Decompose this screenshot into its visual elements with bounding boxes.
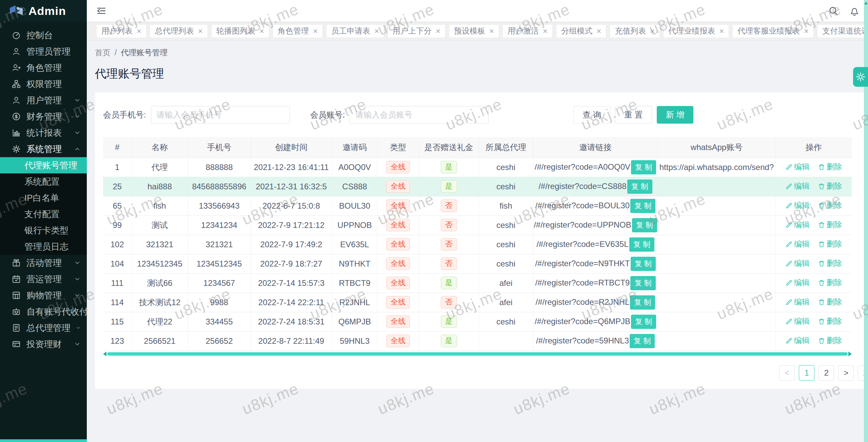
scroll-left-arrow-icon[interactable]: [103, 352, 106, 356]
sidebar-item-user[interactable]: 用户管理: [0, 92, 87, 108]
delete-button[interactable]: 删除: [818, 219, 842, 230]
tab-代理客服业绩报表[interactable]: 代理客服业绩报表×: [732, 24, 814, 38]
copy-button[interactable]: 复 制: [630, 295, 655, 310]
phone-filter-input[interactable]: [151, 106, 290, 124]
edit-button[interactable]: 编辑: [785, 162, 810, 172]
search-icon[interactable]: [828, 5, 839, 16]
delete-button[interactable]: 删除: [818, 297, 842, 307]
copy-button[interactable]: 复 制: [631, 160, 656, 174]
edit-button[interactable]: 编辑: [785, 316, 810, 327]
tab-close-icon[interactable]: ×: [596, 26, 601, 36]
breadcrumb-home[interactable]: 首页: [95, 47, 111, 58]
sidebar-bottom-bar[interactable]: [0, 439, 87, 442]
tab-代理业绩报表[interactable]: 代理业绩报表×: [663, 24, 729, 38]
sidebar-item-operate[interactable]: 营运管理: [0, 271, 87, 287]
tab-close-icon[interactable]: ×: [650, 26, 655, 36]
notifications-bell-icon[interactable]: [849, 5, 860, 16]
horizontal-scrollbar-thumb[interactable]: [107, 352, 848, 356]
settings-fab-button[interactable]: [853, 67, 868, 87]
copy-button[interactable]: 复 制: [632, 218, 657, 232]
tab-close-icon[interactable]: ×: [719, 26, 724, 36]
copy-button[interactable]: 复 制: [630, 199, 655, 213]
tab-close-icon[interactable]: ×: [436, 26, 440, 36]
edit-button[interactable]: 编辑: [785, 335, 810, 346]
sidebar-subitem[interactable]: IP白名单: [0, 190, 87, 206]
account-filter-input[interactable]: [350, 106, 489, 124]
edit-button[interactable]: 编辑: [785, 219, 810, 230]
topbar-right: 超级管理员 简体: [828, 3, 868, 18]
sidebar-subitem[interactable]: 系统配置: [0, 173, 87, 190]
sidebar-item-stats[interactable]: 统计报表: [0, 125, 87, 141]
scroll-right-arrow-icon[interactable]: [848, 352, 852, 356]
edit-button[interactable]: 编辑: [785, 200, 810, 211]
tab-员工申请表[interactable]: 员工申请表×: [326, 24, 384, 38]
tab-总代理列表[interactable]: 总代理列表×: [150, 24, 208, 38]
sidebar-item-activity[interactable]: 活动管理: [0, 255, 87, 271]
delete-button[interactable]: 删除: [818, 258, 842, 269]
scroll-up-arrow-icon[interactable]: [864, 2, 868, 4]
sidebar-item-shopping[interactable]: 购物管理: [0, 287, 87, 303]
copy-button[interactable]: 复 制: [630, 334, 655, 348]
copy-button[interactable]: 复 制: [630, 276, 655, 290]
edit-button[interactable]: 编辑: [785, 181, 810, 191]
sidebar-item-finance[interactable]: 财务管理: [0, 108, 87, 125]
cell-type: 全线: [377, 293, 419, 312]
copy-button[interactable]: 复 制: [627, 180, 652, 194]
tab-close-icon[interactable]: ×: [198, 26, 203, 36]
sidebar-item-system[interactable]: 系统管理: [0, 141, 87, 157]
sidebar-subitem[interactable]: 代理账号管理: [0, 157, 87, 173]
tab-用户激活[interactable]: 用户激活×: [502, 24, 553, 38]
delete-button[interactable]: 删除: [818, 162, 842, 172]
edit-button[interactable]: 编辑: [785, 258, 810, 269]
reset-button[interactable]: 重 置: [615, 106, 652, 124]
sidebar-item-account[interactable]: 自有账号代收付: [0, 303, 87, 320]
pagination-prev-button[interactable]: <: [779, 365, 795, 381]
tab-角色管理[interactable]: 角色管理×: [273, 24, 323, 38]
copy-button[interactable]: 复 制: [629, 237, 654, 252]
delete-button[interactable]: 删除: [818, 200, 842, 211]
tab-close-icon[interactable]: ×: [313, 26, 318, 36]
delete-button[interactable]: 删除: [818, 335, 842, 346]
edit-button[interactable]: 编辑: [785, 239, 810, 249]
edit-button[interactable]: 编辑: [785, 297, 810, 307]
sidebar-item-role[interactable]: 角色管理: [0, 60, 87, 76]
tab-预设模板[interactable]: 预设模板×: [449, 24, 499, 38]
sidebar-item-invest[interactable]: 投资理财: [0, 336, 87, 352]
tab-close-icon[interactable]: ×: [374, 26, 379, 36]
delete-button[interactable]: 删除: [818, 316, 842, 327]
sidebar-item-permission[interactable]: 权限管理: [0, 76, 87, 92]
tab-用户列表[interactable]: 用户列表×: [96, 24, 146, 38]
tab-用户上下分[interactable]: 用户上下分×: [388, 24, 446, 38]
sidebar-subitem[interactable]: 管理员日志: [0, 238, 87, 255]
sidebar-item-agents[interactable]: 总代理管理: [0, 320, 87, 336]
sidebar-subitem[interactable]: 银行卡类型: [0, 222, 87, 238]
pagination-page-2[interactable]: 2: [818, 365, 834, 381]
tab-充值列表[interactable]: 充值列表×: [610, 24, 660, 38]
tab-轮播图列表[interactable]: 轮播图列表×: [211, 24, 269, 38]
horizontal-scrollbar[interactable]: [103, 352, 852, 356]
sidebar-item-dashboard[interactable]: 控制台: [0, 27, 87, 43]
vertical-scrollbar[interactable]: [864, 0, 868, 442]
edit-button[interactable]: 编辑: [785, 277, 810, 288]
tab-分组模式[interactable]: 分组模式×: [556, 24, 606, 38]
delete-button[interactable]: 删除: [818, 181, 842, 191]
sidebar-subitem[interactable]: 支付配置: [0, 206, 87, 222]
copy-button[interactable]: 复 制: [631, 257, 656, 271]
tab-支付渠道统计[interactable]: 支付渠道统计×: [817, 24, 868, 38]
tab-close-icon[interactable]: ×: [489, 26, 494, 36]
pagination-page-1[interactable]: 1: [799, 365, 814, 381]
tab-close-icon[interactable]: ×: [804, 26, 809, 36]
sidebar-item-admin[interactable]: 管理员管理: [0, 43, 87, 60]
delete-button[interactable]: 删除: [818, 277, 842, 288]
tab-close-icon[interactable]: ×: [543, 26, 548, 36]
search-button[interactable]: 查 询: [573, 106, 610, 124]
tab-close-icon[interactable]: ×: [137, 26, 141, 36]
add-button[interactable]: 新 增: [657, 106, 694, 124]
sidebar-collapse-button[interactable]: [96, 5, 107, 17]
gift-badge: 否: [441, 257, 457, 270]
copy-button[interactable]: 复 制: [631, 315, 656, 329]
delete-button[interactable]: 删除: [818, 239, 842, 249]
tab-close-icon[interactable]: ×: [259, 26, 264, 36]
shopping-icon: [12, 291, 21, 300]
pagination-next-button[interactable]: >: [838, 365, 854, 381]
